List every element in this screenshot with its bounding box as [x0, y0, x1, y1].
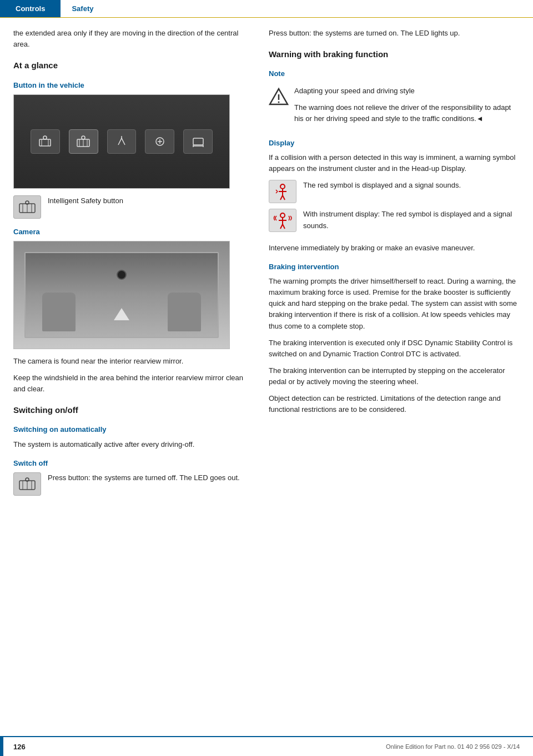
switch-off-row: Press button: the systems are turned off… [13, 472, 252, 496]
dash-button-1 [31, 129, 60, 154]
svg-line-34 [276, 191, 278, 193]
camera-desc1: The camera is found near the interior re… [13, 356, 252, 367]
camera-interior [24, 252, 218, 337]
press-button-text: Press button: the systems are turned on.… [269, 28, 520, 39]
dashboard-sim [14, 95, 229, 188]
intro-text: the extended area only if they are movin… [13, 28, 252, 50]
dash-button-3 [107, 129, 137, 154]
svg-rect-0 [39, 139, 51, 146]
braking-intervention-heading: Braking intervention [269, 261, 520, 273]
switching-on-off-heading: Switching on/off [13, 404, 252, 416]
svg-line-31 [280, 195, 283, 200]
camera-image [13, 241, 230, 349]
switch-off-heading: Switch off [13, 458, 252, 469]
header-tabs: Controls Safety [0, 0, 533, 18]
intervene-text: Intervene immediately by braking or make… [269, 243, 520, 254]
camera-lens [117, 270, 127, 280]
display-icon1-desc: The red symbol is displayed and a signal… [303, 180, 461, 191]
camera-desc2: Keep the windshield in the area behind t… [13, 372, 252, 395]
dash-button-5 [183, 129, 213, 154]
intelligent-safety-label: Intelligent Safety button [48, 195, 123, 206]
svg-line-38 [280, 224, 283, 229]
vehicle-button-image [13, 94, 230, 189]
note-label: Note [269, 68, 520, 79]
intelligent-safety-row: Intelligent Safety button [13, 195, 252, 219]
svg-line-32 [283, 195, 285, 200]
note-content: Adapting your speed and driving style Th… [294, 85, 520, 130]
dash-button-2 [69, 129, 98, 154]
switch-off-icon [13, 472, 41, 496]
svg-point-35 [280, 213, 285, 218]
footer-page-number: 126 [13, 743, 26, 751]
content-area: the extended area only if they are movin… [0, 18, 533, 535]
braking-text2: The braking intervention is executed onl… [269, 337, 520, 360]
left-column: the extended area only if they are movin… [13, 28, 252, 501]
display-icon-1 [269, 180, 296, 203]
braking-text3: The braking intervention can be interrup… [269, 365, 520, 387]
note-text2: The warning does not relieve the driver … [294, 102, 520, 124]
braking-text4: Object detection can be restricted. Limi… [269, 393, 520, 415]
warning-triangle-icon [269, 87, 289, 107]
svg-point-1 [43, 136, 47, 139]
camera-arrow [114, 308, 129, 320]
svg-rect-11 [193, 138, 203, 145]
display-icon-row-1: The red symbol is displayed and a signal… [269, 180, 520, 203]
camera-heading: Camera [13, 226, 252, 238]
switch-off-desc: Press button: the systems are turned off… [48, 472, 240, 483]
braking-text1: The warning prompts the driver himself/h… [269, 276, 520, 332]
switching-on-auto-heading: Switching on automatically [13, 424, 252, 435]
note-box: Adapting your speed and driving style Th… [269, 85, 520, 130]
display-heading: Display [269, 138, 520, 149]
warning-braking-heading: Warning with braking function [269, 48, 520, 61]
seat-right [168, 293, 201, 331]
seat-left [42, 293, 76, 331]
intelligent-safety-icon [13, 195, 41, 219]
display-icon-row-2: With instrument display: The red symbol … [269, 209, 520, 236]
display-text: If a collision with a person detected in… [269, 152, 520, 174]
svg-point-5 [82, 136, 85, 139]
dash-button-4 [145, 129, 174, 154]
footer-info: Online Edition for Part no. 01 40 2 956 … [386, 743, 520, 750]
svg-point-27 [278, 101, 280, 103]
display-icon-2 [269, 209, 296, 232]
note-text1: Adapting your speed and driving style [294, 85, 520, 97]
button-in-vehicle-heading: Button in the vehicle [13, 80, 252, 91]
display-icon2-desc: With instrument display: The red symbol … [303, 209, 520, 231]
tab-safety[interactable]: Safety [61, 0, 104, 17]
tab-controls[interactable]: Controls [0, 0, 61, 17]
svg-line-39 [283, 224, 285, 229]
switching-on-auto-desc: The system is automatically active after… [13, 439, 252, 450]
camera-sim [14, 241, 229, 349]
at-a-glance-heading: At a glance [13, 59, 252, 72]
right-column: Press button: the systems are turned on.… [269, 28, 520, 501]
svg-point-28 [280, 184, 285, 189]
footer: 126 Online Edition for Part no. 01 40 2 … [0, 736, 533, 756]
footer-left-bar [0, 736, 3, 756]
